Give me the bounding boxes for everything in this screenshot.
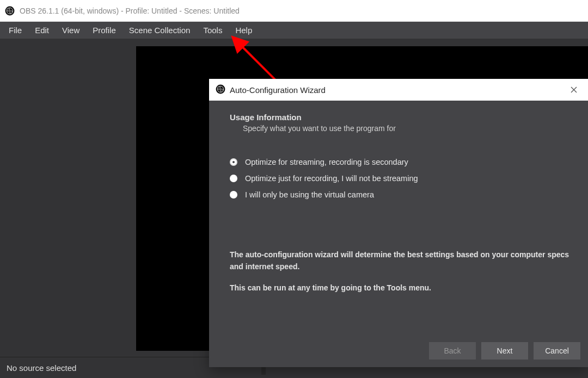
obs-logo-icon <box>4 5 15 16</box>
wizard-desc-1: The auto-configuration wizard will deter… <box>230 249 572 272</box>
radio-option-streaming[interactable]: Optimize for streaming, recording is sec… <box>230 158 572 166</box>
radio-option-virtual-camera[interactable]: I will only be using the virtual camera <box>230 190 572 199</box>
usage-radio-group: Optimize for streaming, recording is sec… <box>230 158 572 199</box>
close-icon[interactable] <box>566 82 581 97</box>
menu-tools[interactable]: Tools <box>197 23 229 37</box>
cancel-button[interactable]: Cancel <box>534 342 580 360</box>
menu-file[interactable]: File <box>2 23 28 37</box>
wizard-desc-2: This can be run at any time by going to … <box>230 282 572 294</box>
wizard-buttons: Back Next Cancel <box>209 340 588 367</box>
next-button[interactable]: Next <box>481 342 528 360</box>
radio-button-icon <box>230 175 237 182</box>
radio-button-icon <box>230 158 237 166</box>
wizard-heading: Usage Information <box>230 113 572 122</box>
menu-help[interactable]: Help <box>229 23 259 37</box>
menu-view[interactable]: View <box>56 23 86 37</box>
wizard-subheading: Specify what you want to use the program… <box>243 124 572 133</box>
svg-point-3 <box>9 10 13 14</box>
radio-label: I will only be using the virtual camera <box>245 190 374 199</box>
auto-config-wizard: Auto-Configuration Wizard Usage Informat… <box>209 79 588 367</box>
svg-point-2 <box>7 8 10 11</box>
radio-label: Optimize for streaming, recording is sec… <box>245 158 408 166</box>
obs-logo-icon <box>216 84 225 96</box>
status-text: No source selected <box>7 363 76 373</box>
titlebar: OBS 26.1.1 (64-bit, windows) - Profile: … <box>0 0 588 22</box>
back-button[interactable]: Back <box>429 342 476 360</box>
window-title: OBS 26.1.1 (64-bit, windows) - Profile: … <box>20 7 240 15</box>
wizard-title-text: Auto-Configuration Wizard <box>230 85 326 95</box>
menubar: File Edit View Profile Scene Collection … <box>0 22 588 39</box>
svg-point-8 <box>217 86 220 89</box>
radio-option-recording[interactable]: Optimize just for recording, I will not … <box>230 174 572 183</box>
menu-scene-collection[interactable]: Scene Collection <box>122 23 197 37</box>
radio-label: Optimize just for recording, I will not … <box>245 174 418 183</box>
left-empty-pane <box>0 39 136 357</box>
wizard-body: Usage Information Specify what you want … <box>209 101 588 340</box>
radio-button-icon <box>230 191 237 199</box>
menu-edit[interactable]: Edit <box>28 23 56 37</box>
svg-point-9 <box>220 89 223 92</box>
menu-profile[interactable]: Profile <box>86 23 122 37</box>
main-area: Auto-Configuration Wizard Usage Informat… <box>0 39 588 357</box>
wizard-titlebar: Auto-Configuration Wizard <box>209 79 588 101</box>
